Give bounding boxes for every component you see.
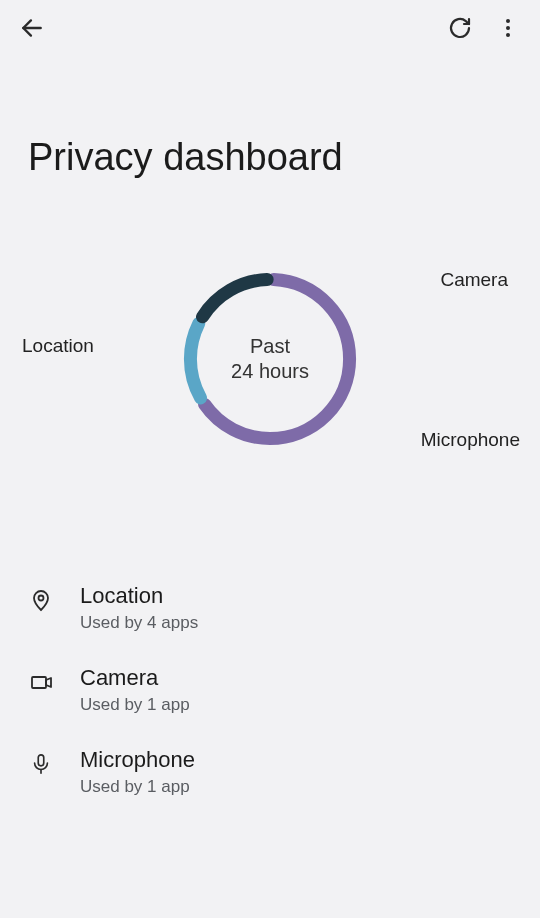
chart-label-camera: Camera [440, 269, 508, 291]
list-item-subtitle: Used by 1 app [80, 777, 195, 797]
camera-icon [28, 669, 54, 695]
microphone-icon [28, 751, 54, 777]
more-button[interactable] [484, 4, 532, 52]
list-item-title: Microphone [80, 747, 195, 773]
list-item-subtitle: Used by 4 apps [80, 613, 198, 633]
list-item-subtitle: Used by 1 app [80, 695, 190, 715]
toolbar [0, 0, 540, 56]
svg-point-3 [506, 33, 510, 37]
page-title: Privacy dashboard [0, 56, 540, 209]
svg-rect-8 [32, 677, 46, 688]
list-item-location[interactable]: Location Used by 4 apps [28, 567, 512, 649]
chart-label-location: Location [22, 335, 94, 357]
list-item-microphone[interactable]: Microphone Used by 1 app [28, 731, 512, 813]
arrow-back-icon [19, 15, 45, 41]
list-item-camera[interactable]: Camera Used by 1 app [28, 649, 512, 731]
location-pin-icon [28, 587, 54, 613]
more-vert-icon [496, 16, 520, 40]
svg-point-2 [506, 26, 510, 30]
permissions-list: Location Used by 4 apps Camera Used by 1… [0, 509, 540, 813]
list-item-title: Location [80, 583, 198, 609]
svg-marker-9 [46, 678, 51, 687]
svg-rect-10 [38, 755, 44, 766]
back-button[interactable] [8, 4, 56, 52]
refresh-button[interactable] [436, 4, 484, 52]
svg-point-7 [39, 596, 44, 601]
refresh-icon [448, 16, 472, 40]
donut-center-label: Past24 hours [165, 254, 375, 464]
svg-point-1 [506, 19, 510, 23]
usage-donut-chart: Location Camera Microphone Past24 hours [0, 209, 540, 509]
chart-label-microphone: Microphone [421, 429, 520, 451]
list-item-title: Camera [80, 665, 190, 691]
donut: Past24 hours [165, 254, 375, 464]
